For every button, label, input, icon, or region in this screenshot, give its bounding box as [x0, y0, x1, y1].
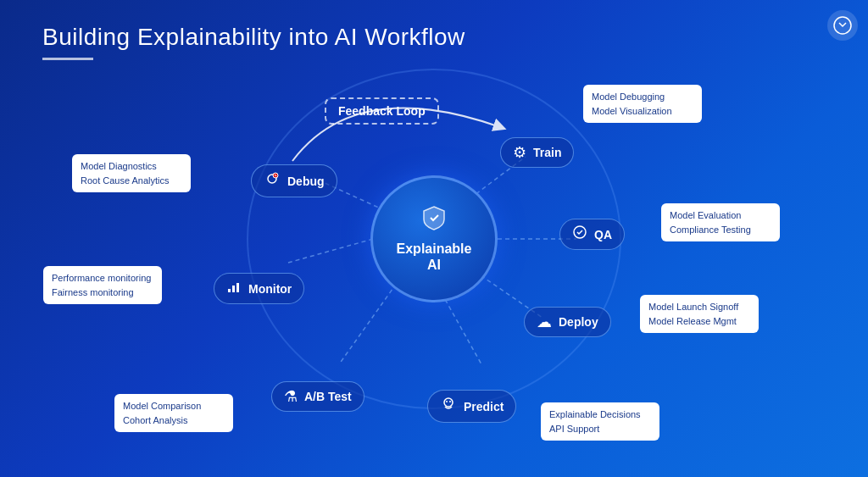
qa-icon — [572, 225, 587, 244]
monitor-label: Monitor — [248, 282, 292, 296]
train-info-line2: Model Visualization — [592, 104, 693, 119]
abtest-label: A/B Test — [304, 390, 352, 403]
monitor-info-box: Performance monitoring Fairness monitori… — [43, 266, 162, 304]
logo-watermark — [827, 10, 858, 41]
debug-info-line1: Model Diagnostics — [81, 159, 182, 174]
svg-rect-13 — [228, 289, 231, 292]
debug-info-box: Model Diagnostics Root Cause Analytics — [72, 154, 191, 192]
svg-line-6 — [288, 239, 373, 263]
qa-info-line1: Model Evaluation — [670, 208, 771, 223]
svg-point-12 — [449, 401, 451, 402]
qa-info-box: Model Evaluation Compliance Testing — [661, 203, 780, 241]
abtest-info-box: Model Comparison Cohort Analysis — [114, 394, 233, 432]
train-info-line1: Model Debugging — [592, 90, 693, 104]
abtest-info-line2: Cohort Analysis — [123, 413, 225, 428]
debug-icon — [264, 170, 281, 191]
qa-node[interactable]: QA — [559, 219, 625, 250]
deploy-node[interactable]: ☁ Deploy — [524, 307, 611, 337]
monitor-info-line2: Fairness monitoring — [52, 286, 153, 300]
deploy-label: Deploy — [559, 315, 598, 329]
feedback-loop-box: Feedback Loop — [325, 97, 439, 125]
train-node[interactable]: ⚙ Train — [500, 137, 574, 168]
debug-node[interactable]: Debug — [251, 164, 337, 197]
predict-info-box: Explainable Decisions API Support — [541, 402, 659, 441]
monitor-info-line1: Performance monitoring — [52, 271, 153, 286]
svg-rect-14 — [232, 286, 235, 292]
center-shield-icon — [420, 204, 448, 237]
monitor-node[interactable]: Monitor — [214, 273, 304, 304]
predict-label: Predict — [464, 400, 504, 413]
predict-node[interactable]: Predict — [427, 390, 516, 423]
deploy-icon: ☁ — [537, 313, 552, 331]
abtest-icon: ⚗ — [284, 387, 298, 406]
monitor-icon — [226, 279, 242, 298]
abtest-info-line1: Model Comparison — [123, 399, 225, 413]
train-info-box: Model Debugging Model Visualization — [583, 85, 702, 123]
svg-rect-15 — [236, 283, 239, 292]
debug-label: Debug — [287, 175, 325, 188]
qa-label: QA — [594, 228, 612, 241]
train-icon: ⚙ — [513, 143, 526, 162]
abtest-node[interactable]: ⚗ A/B Test — [271, 381, 364, 412]
deploy-info-line2: Model Release Mgmt — [648, 314, 750, 329]
svg-point-10 — [444, 398, 453, 407]
predict-info-line2: API Support — [549, 422, 651, 436]
page-title: Building Explainability into AI Workflow — [42, 24, 465, 51]
predict-info-line1: Explainable Decisions — [549, 408, 651, 422]
svg-point-11 — [446, 401, 448, 402]
feedback-loop-label: Feedback Loop — [338, 104, 426, 118]
center-explainable-ai: ExplainableAI — [370, 175, 498, 302]
deploy-info-line1: Model Launch Signoff — [648, 300, 750, 314]
qa-info-line2: Compliance Testing — [670, 223, 771, 237]
debug-info-line2: Root Cause Analytics — [81, 174, 182, 188]
train-label: Train — [533, 146, 561, 159]
deploy-info-box: Model Launch Signoff Model Release Mgmt — [640, 295, 759, 333]
title-underline — [42, 58, 93, 60]
center-label: ExplainableAI — [397, 241, 472, 273]
predict-icon — [440, 396, 457, 417]
